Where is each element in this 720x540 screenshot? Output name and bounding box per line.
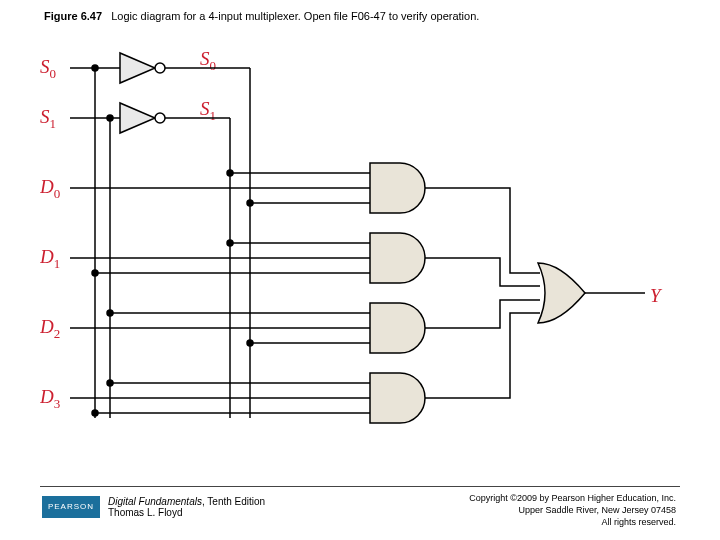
label-D1: D1 [40,246,60,267]
book-edition: , Tenth Edition [202,496,265,507]
svg-point-20 [227,240,233,246]
book-title: Digital Fundamentals [108,496,202,507]
caption-text: Logic diagram for a 4-input multiplexer.… [111,10,479,22]
label-S1: S1 [40,106,56,127]
not-gate-0-icon [120,53,155,83]
label-D3: D3 [40,386,60,407]
and-gate-2-icon [70,303,490,353]
copyright-line-2: Upper Saddle River, New Jersey 07458 [518,505,676,515]
not-gate-1-icon [120,103,155,133]
book-author: Thomas L. Floyd [108,507,182,518]
book-credit: Digital Fundamentals, Tenth Edition Thom… [108,496,265,518]
footer-rule [40,486,680,487]
or-gate-icon [490,188,645,398]
label-S1bar: S1 [200,98,216,119]
label-S0: S0 [40,56,56,77]
and-gate-0-icon [70,163,490,213]
label-D0: D0 [40,176,60,197]
footer: PEARSON Digital Fundamentals, Tenth Edit… [0,486,720,540]
svg-point-16 [247,200,253,206]
copyright-line-1: Copyright ©2009 by Pearson Higher Educat… [469,493,676,503]
svg-point-9 [107,115,113,121]
label-S0bar: S0 [200,48,216,69]
copyright-line-3: All rights reserved. [601,517,676,527]
svg-point-14 [227,170,233,176]
svg-point-26 [107,310,113,316]
svg-point-7 [92,65,98,71]
svg-point-22 [92,270,98,276]
svg-point-32 [107,380,113,386]
and-gate-3-icon [70,373,490,423]
label-Y: Y [650,285,661,306]
pearson-logo: PEARSON [42,496,100,518]
svg-point-1 [155,63,165,73]
and-gate-1-icon [70,233,490,283]
logic-diagram: S0 S1 D0 D1 D2 D3 S0 S1 Y [40,48,680,468]
svg-point-4 [155,113,165,123]
svg-point-34 [92,410,98,416]
figure-number: Figure 6.47 [44,10,102,22]
copyright: Copyright ©2009 by Pearson Higher Educat… [469,492,676,528]
svg-point-28 [247,340,253,346]
figure-caption: Figure 6.47 Logic diagram for a 4-input … [44,10,479,22]
label-D2: D2 [40,316,60,337]
